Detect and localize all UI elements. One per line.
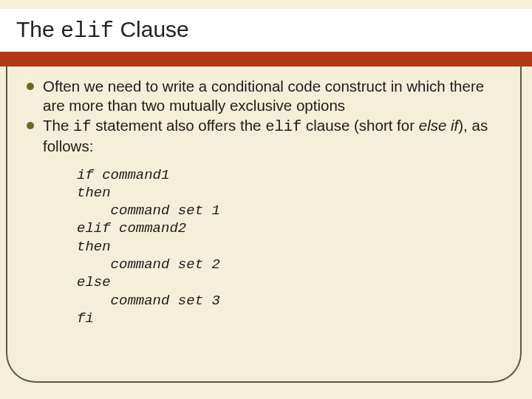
bullet-text-pre: The bbox=[43, 117, 73, 134]
title-pre: The bbox=[16, 17, 61, 41]
slide-title-bar: The elif Clause bbox=[0, 9, 532, 52]
bullet-italic: else if bbox=[419, 117, 459, 134]
slide-title: The elif Clause bbox=[16, 17, 189, 44]
bullet-text-mid2: clause (short for bbox=[301, 117, 418, 134]
slide-body: Often we need to write a conditional cod… bbox=[24, 77, 510, 327]
inline-code: elif bbox=[265, 118, 301, 135]
bullet-item: Often we need to write a conditional cod… bbox=[24, 77, 510, 115]
header-accent-bar bbox=[0, 52, 532, 66]
bullet-item: The if statement also offers the elif cl… bbox=[24, 116, 510, 155]
code-block: if command1 then command set 1 elif comm… bbox=[77, 166, 510, 328]
inline-code: if bbox=[73, 118, 92, 135]
bullet-text-mid: statement also offers the bbox=[92, 117, 266, 134]
bullet-list: Often we need to write a conditional cod… bbox=[24, 77, 510, 156]
bullet-text: Often we need to write a conditional cod… bbox=[43, 78, 484, 114]
title-post: Clause bbox=[114, 17, 189, 41]
title-code: elif bbox=[61, 18, 114, 44]
